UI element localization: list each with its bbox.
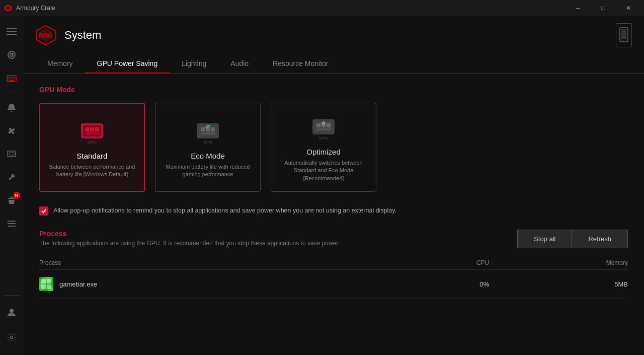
process-section-title: Process	[39, 230, 340, 238]
sidebar-item-deals[interactable]: N	[0, 189, 23, 212]
svg-rect-10	[14, 77, 15, 78]
col-header-memory: Memory	[489, 256, 628, 270]
tab-bar: Memory GPU Power Saving Lighting Audio R…	[23, 54, 644, 74]
close-button[interactable]: ✕	[617, 0, 640, 16]
table-row: gamebar.exe 0% 5MB	[39, 270, 628, 299]
svg-rect-16	[8, 151, 16, 157]
svg-rect-18	[8, 221, 16, 222]
gpu-eco-icon: GPU	[193, 116, 223, 147]
svg-rect-33	[95, 127, 99, 131]
svg-rect-48	[316, 128, 331, 130]
svg-rect-12	[10, 79, 12, 80]
header: ROG System	[23, 16, 644, 54]
process-name-cell: gamebar.exe	[39, 270, 408, 299]
process-memory: 5MB	[489, 270, 628, 299]
svg-rect-13	[13, 79, 15, 80]
page-content: GPU Mode GPU	[23, 74, 644, 355]
tab-memory[interactable]: Memory	[35, 54, 85, 74]
sidebar-item-settings[interactable]	[0, 326, 23, 349]
sidebar-item-fan[interactable]	[0, 119, 23, 143]
col-header-cpu: CPU	[408, 256, 489, 270]
gpu-optimized-label: Optimized	[306, 148, 341, 156]
svg-rect-31	[85, 127, 89, 131]
svg-rect-11	[8, 79, 9, 80]
svg-rect-32	[90, 127, 94, 131]
notification-checkbox[interactable]	[39, 206, 48, 216]
titlebar: Armoury Crate ─ □ ✕	[0, 0, 644, 16]
svg-rect-14	[9, 80, 14, 81]
process-header-row: Process The following applications are u…	[39, 230, 628, 248]
minimize-button[interactable]: ─	[567, 0, 590, 16]
stop-all-button[interactable]: Stop all	[517, 230, 572, 248]
sidebar-item-list[interactable]	[0, 212, 23, 235]
gpu-eco-label: Eco Mode	[191, 152, 225, 160]
sidebar-item-menu[interactable]	[0, 20, 23, 43]
sidebar: N	[0, 16, 23, 355]
svg-point-28	[623, 41, 625, 42]
gpu-standard-icon: GPU	[77, 116, 107, 147]
gpu-eco-desc: Maximum battery life with reduced gaming…	[164, 163, 252, 179]
svg-rect-9	[13, 77, 14, 78]
tab-lighting[interactable]: Lighting	[170, 54, 218, 74]
sidebar-item-performance[interactable]	[0, 43, 23, 66]
tab-gpu-power-saving[interactable]: GPU Power Saving	[85, 54, 170, 74]
svg-rect-19	[8, 223, 16, 224]
device-icon	[616, 23, 632, 47]
gpu-mode-cards: GPU Standard Balance between performance…	[39, 103, 628, 192]
svg-rect-3	[7, 31, 17, 32]
gpu-card-eco[interactable]: GPU Eco Mode Maximum battery life with r…	[155, 103, 261, 192]
sidebar-item-alerts[interactable]	[0, 96, 23, 119]
gpu-standard-desc: Balance between performance and battery …	[48, 163, 136, 179]
app-icon	[4, 4, 12, 12]
sidebar-item-profile[interactable]	[0, 301, 23, 324]
svg-rect-8	[11, 77, 12, 78]
svg-text:GPU: GPU	[319, 136, 328, 140]
svg-rect-47	[327, 123, 331, 127]
gpu-card-standard[interactable]: GPU Standard Balance between performance…	[39, 103, 145, 192]
svg-text:ROG: ROG	[39, 32, 52, 39]
gpu-optimized-desc: Automatically switches between Standard …	[279, 159, 368, 182]
gpu-card-optimized[interactable]: GPU Optimized Automatically switches bet…	[271, 103, 376, 192]
svg-rect-7	[10, 77, 11, 78]
sidebar-bottom	[0, 292, 23, 355]
process-title-block: Process The following applications are u…	[39, 230, 340, 247]
content-area: ROG System Memory GPU Power Saving Light…	[23, 16, 644, 355]
svg-rect-6	[8, 77, 9, 78]
process-description: The following applications are using the…	[39, 240, 340, 247]
svg-rect-34	[85, 132, 99, 134]
gamebar-app-icon	[39, 277, 53, 291]
svg-rect-17	[9, 153, 14, 155]
svg-rect-4	[7, 34, 17, 35]
svg-rect-27	[621, 29, 626, 39]
svg-rect-38	[201, 127, 205, 131]
app-title: Armoury Crate	[16, 5, 55, 12]
svg-rect-2	[7, 28, 17, 29]
svg-rect-41	[201, 132, 215, 134]
process-buttons: Stop all Refresh	[517, 230, 628, 248]
notification-checkbox-row: Allow pop-up notifications to remind you…	[39, 206, 628, 216]
sidebar-item-system[interactable]	[0, 143, 23, 166]
titlebar-left: Armoury Crate	[4, 4, 55, 12]
svg-rect-45	[316, 123, 320, 127]
gpu-mode-title: GPU Mode	[39, 86, 628, 94]
gpu-optimized-icon: GPU	[308, 112, 339, 143]
maximize-button[interactable]: □	[592, 0, 615, 16]
svg-text:GPU: GPU	[203, 140, 212, 145]
sidebar-item-keyboard[interactable]	[0, 66, 23, 90]
sidebar-divider-2	[4, 295, 19, 296]
svg-rect-20	[8, 226, 16, 227]
sidebar-divider-1	[4, 93, 19, 93]
process-cpu: 0%	[408, 270, 489, 299]
svg-point-21	[10, 309, 14, 313]
deals-badge: N	[13, 192, 20, 199]
main-layout: N ROG System	[0, 16, 644, 355]
rog-logo: ROG	[35, 25, 56, 46]
sidebar-item-tools[interactable]	[0, 166, 23, 189]
titlebar-controls: ─ □ ✕	[567, 0, 640, 16]
tab-audio[interactable]: Audio	[218, 54, 261, 74]
tab-resource-monitor[interactable]: Resource Monitor	[261, 54, 341, 74]
gpu-standard-label: Standard	[77, 152, 108, 160]
notification-checkbox-label: Allow pop-up notifications to remind you…	[53, 206, 396, 216]
refresh-button[interactable]: Refresh	[572, 230, 628, 248]
process-table: Process CPU Memory	[39, 256, 628, 299]
